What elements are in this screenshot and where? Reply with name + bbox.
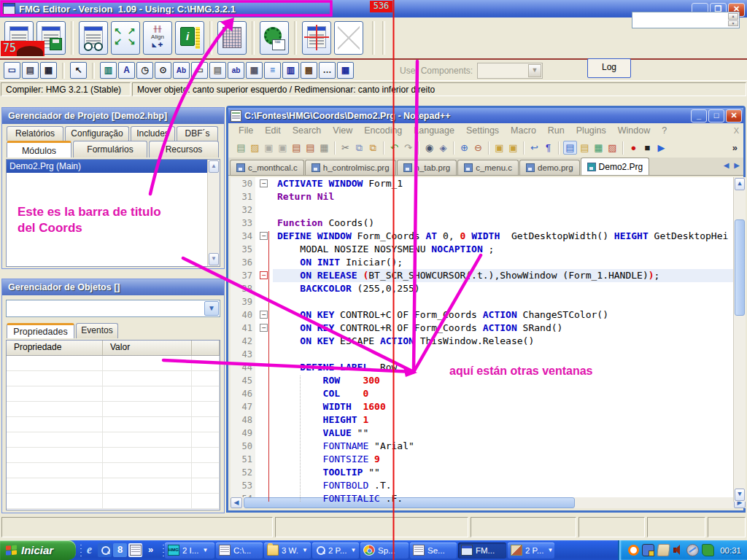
object-selector-combo[interactable]: ▼ — [6, 300, 220, 317]
code-line-42[interactable]: 42 ON KEY ESCAPE ACTION ThisWindow.Relea… — [231, 335, 746, 348]
timer-control-button[interactable]: ◷ — [136, 62, 153, 79]
properties-table[interactable]: PropriedadeValor — [6, 340, 220, 510]
task-button-se-[interactable]: Se... — [410, 542, 457, 559]
table-row[interactable] — [7, 371, 220, 386]
code-line-50[interactable]: 50 FONTNAME "Arial" — [231, 440, 746, 453]
macro-play-icon[interactable]: ▶ — [655, 141, 667, 154]
mail-pen-icon[interactable] — [657, 544, 670, 556]
column-header-valor[interactable]: Valor — [103, 341, 192, 355]
doc-tab-demo2-prg[interactable]: Demo2.Prg — [581, 158, 650, 175]
tab-includes[interactable]: Includes — [131, 126, 175, 141]
tab-eventos[interactable]: Eventos — [76, 323, 118, 338]
task-button-2-p-[interactable]: 2 P...▼ — [508, 542, 554, 559]
font-control-button[interactable]: A — [118, 62, 135, 79]
scrollbar-thumb[interactable] — [735, 219, 745, 316]
modules-scrollbar[interactable]: ▲ ▼ — [207, 160, 220, 266]
scroll-left-icon[interactable]: ◀ — [231, 497, 242, 508]
code-line-49[interactable]: 49 VALUE "" — [231, 427, 746, 440]
task-button-sp-[interactable]: Sp... — [360, 542, 409, 559]
menu-item-settings[interactable]: Settings — [460, 125, 505, 136]
tab-scroll-arrows-icon[interactable]: ◀ ▶ — [724, 161, 741, 169]
macro-stop-icon[interactable]: ■ — [641, 141, 654, 154]
code-line-52[interactable]: 52 TOOLTIP "" — [231, 466, 746, 479]
resize-form-button[interactable]: ↖ ↗ ↙ ↘ — [111, 21, 140, 55]
file-browser-icon[interactable]: ▦ — [592, 141, 605, 154]
code-line-53[interactable]: 53 FONTBOLD .T. — [231, 479, 746, 492]
function-list-icon[interactable]: ▤ — [578, 141, 591, 154]
window-control-button[interactable]: ▭ — [4, 62, 20, 79]
combo-control-button[interactable]: ≡ — [264, 62, 281, 79]
volume-icon[interactable] — [673, 545, 684, 556]
form-info-button[interactable]: i — [175, 21, 204, 55]
align-tools-button[interactable]: ╫╫ Align ◣ ✚ — [143, 21, 172, 55]
macro-record-icon[interactable]: ● — [627, 141, 640, 154]
coordinates-form-button[interactable] — [302, 21, 331, 55]
scroll-down-icon[interactable]: ▼ — [209, 253, 219, 265]
code-line-48[interactable]: 48 HEIGHT 1 — [231, 413, 746, 427]
scroll-down-icon[interactable]: ▼ — [735, 489, 745, 501]
close-doc-icon[interactable]: ▤ — [290, 141, 303, 154]
code-line-46[interactable]: 46 COL 0 — [231, 387, 746, 400]
code-line-51[interactable]: 51 FONTSIZE 9 — [231, 453, 746, 466]
code-editor[interactable]: 30−ACTIVATE WINDOW Form_131Return Nil323… — [231, 177, 746, 502]
notepad-minimize-button[interactable]: _ — [691, 109, 707, 122]
grid-settings-button[interactable] — [217, 21, 247, 55]
run-cart-button[interactable] — [79, 21, 108, 55]
open-file-icon[interactable]: ▨ — [249, 141, 261, 154]
code-line-34[interactable]: 34−DEFINE WINDOW Form_Coords AT 0, 0 WID… — [231, 230, 746, 243]
menu-item-language[interactable]: Language — [408, 125, 460, 136]
code-line-39[interactable]: 39 — [231, 295, 746, 308]
menu-item-run[interactable]: Run — [542, 125, 570, 136]
replace-icon[interactable]: ◈ — [437, 141, 449, 154]
table-row[interactable] — [7, 463, 220, 478]
table-row[interactable] — [7, 478, 220, 494]
menu-item-search[interactable]: Search — [287, 125, 328, 136]
desktop-search-icon[interactable] — [98, 543, 112, 557]
task-button-2-p-[interactable]: 2 P...▼ — [312, 542, 359, 559]
sync-h-icon[interactable]: ▣ — [507, 141, 519, 154]
fold-marker-icon[interactable]: − — [260, 324, 268, 332]
toolbar-spinner-input[interactable]: ▲▼ — [632, 12, 740, 28]
zoom-in-icon[interactable]: ⊕ — [458, 141, 471, 154]
code-line-36[interactable]: 36 ON INIT Iniciar(); — [231, 256, 746, 269]
frame-control-button[interactable]: ▭ — [191, 62, 208, 79]
notepad-launcher-icon[interactable] — [128, 543, 142, 557]
locked-window-icon[interactable] — [642, 544, 654, 556]
dbgrid-control-button[interactable]: ▦ — [337, 62, 354, 79]
menu-item-encoding[interactable]: Encoding — [358, 125, 408, 136]
doc-close-icon[interactable]: X — [734, 126, 739, 135]
table-row[interactable] — [7, 448, 220, 463]
tab-configura-o[interactable]: Configuração — [65, 126, 129, 141]
quick-launch-chevron-icon[interactable]: » — [144, 543, 158, 557]
tab-formul-rios[interactable]: Formulários — [73, 141, 147, 158]
richlabel-control-button[interactable]: ab — [228, 62, 244, 79]
fold-marker-icon[interactable]: − — [260, 271, 268, 279]
ellipsis-button-control-button[interactable]: … — [319, 62, 336, 79]
code-line-38[interactable]: 38 BACKCOLOR (255,0,255) — [231, 282, 746, 295]
new-file-icon[interactable]: ▤ — [235, 141, 247, 154]
user-components-combo[interactable]: ▼ — [477, 63, 543, 79]
menu-item-plugins[interactable]: Plugins — [570, 125, 612, 136]
code-line-41[interactable]: 41− ON KEY CONTROL+R OF Form_Coords ACTI… — [231, 322, 746, 335]
task-button-2-i-[interactable]: HMG2 I...▼ — [165, 542, 214, 559]
menu-item-help[interactable]: ? — [656, 125, 673, 136]
table-row[interactable] — [7, 417, 220, 432]
doc-tab-h-tab-prg[interactable]: h_tab.prg — [397, 160, 457, 175]
log-button[interactable]: Log — [587, 58, 631, 78]
removable-device-icon[interactable] — [686, 544, 699, 556]
code-line-44[interactable]: 44 DEFINE LABEL Row — [231, 361, 746, 374]
green-utility-icon[interactable] — [702, 544, 714, 556]
doc-tab-c-menu-c[interactable]: c_menu.c — [457, 160, 519, 175]
label-doc-control-button[interactable]: ▤ — [22, 62, 39, 79]
code-line-31[interactable]: 31Return Nil — [231, 190, 746, 203]
code-line-33[interactable]: 33Function Coords() — [231, 217, 746, 230]
editor-vertical-scrollbar[interactable]: ▲ ▼ — [733, 177, 746, 502]
code-line-43[interactable]: 43 — [231, 348, 746, 361]
doc-map-icon[interactable]: ▤ — [563, 141, 577, 155]
doc-switcher-icon[interactable]: ▨ — [606, 141, 619, 154]
tab-propriedades[interactable]: Propriedades — [7, 323, 74, 338]
scroll-up-icon[interactable]: ▲ — [735, 178, 745, 190]
column-header-propriedade[interactable]: Propriedade — [7, 341, 103, 355]
menu-item-file[interactable]: File — [233, 125, 259, 136]
code-line-32[interactable]: 32 — [231, 203, 746, 217]
